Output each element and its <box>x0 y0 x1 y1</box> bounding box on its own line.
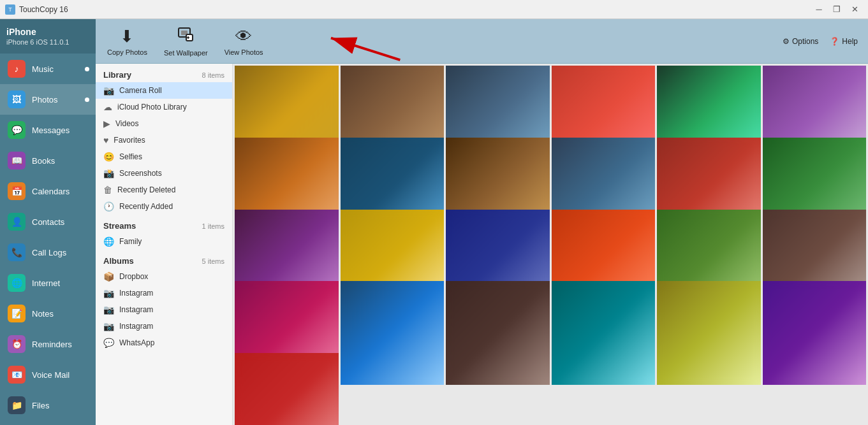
library-item-favorites[interactable]: ♥ Favorites <box>96 132 232 148</box>
photo-thumbnail[interactable] <box>446 281 550 385</box>
set-wallpaper-label: Set Wallpaper <box>164 49 208 57</box>
help-button[interactable]: ❓ Help <box>825 34 863 48</box>
sidebar-item-music[interactable]: ♪ Music <box>0 54 96 84</box>
options-label: Options <box>792 37 818 46</box>
set-wallpaper-icon <box>177 26 194 47</box>
sidebar-item-reminders[interactable]: ⏰ Reminders <box>0 329 96 359</box>
sidebar: iPhone iPhone 6 iOS 11.0.1 ♪ Music 🖼 Pho… <box>0 19 96 425</box>
minimize-button[interactable]: ─ <box>811 3 827 16</box>
music-dot <box>85 67 89 71</box>
photo-thumbnail[interactable] <box>552 281 656 385</box>
streams-count: 1 items <box>202 222 224 230</box>
svg-line-6 <box>331 38 400 61</box>
books-icon: 📖 <box>8 152 26 169</box>
copy-photos-button[interactable]: ⬇ Copy Photos <box>102 23 152 60</box>
sidebar-item-messages[interactable]: 💬 Messages <box>0 115 96 145</box>
photo-thumbnail[interactable] <box>235 353 339 425</box>
camera-roll-label: Camera Roll <box>119 86 162 95</box>
calllogs-icon: 📞 <box>8 243 26 261</box>
library-item-recently-added[interactable]: 🕐 Recently Added <box>96 198 232 215</box>
calendars-icon: 📅 <box>8 182 26 200</box>
library-section-header: Library 8 items <box>96 64 232 82</box>
sidebar-item-contacts[interactable]: 👤 Contacts <box>0 206 96 237</box>
sidebar-label-messages: Messages <box>32 126 70 135</box>
screenshots-label: Screenshots <box>119 169 162 178</box>
recently-added-label: Recently Added <box>119 202 173 211</box>
library-item-dropbox[interactable]: 📦 Dropbox <box>96 268 232 285</box>
toolbar-options: ⚙ Options ❓ Help <box>777 19 868 64</box>
library-item-family[interactable]: 🌐 Family <box>96 233 232 250</box>
music-icon: ♪ <box>8 60 26 78</box>
photo-thumbnail[interactable] <box>341 281 445 385</box>
instagram3-label: Instagram <box>119 322 153 331</box>
icloud-label: iCloud Photo Library <box>117 103 187 112</box>
dropbox-icon: 📦 <box>103 271 114 282</box>
library-item-camera-roll[interactable]: 📷 Camera Roll <box>96 82 232 99</box>
photo-grid[interactable] <box>233 64 868 425</box>
sidebar-label-photos: Photos <box>32 95 57 104</box>
view-photos-button[interactable]: 👁 View Photos <box>219 23 268 60</box>
sidebar-label-books: Books <box>32 156 55 166</box>
files-icon: 📁 <box>8 396 26 414</box>
sidebar-label-notes: Notes <box>32 309 54 319</box>
sidebar-item-files[interactable]: 📁 Files <box>0 390 96 421</box>
reminders-icon: ⏰ <box>8 335 26 353</box>
photo-thumbnail[interactable] <box>763 281 867 385</box>
app-body: iPhone iPhone 6 iOS 11.0.1 ♪ Music 🖼 Pho… <box>0 19 868 425</box>
library-item-selfies[interactable]: 😊 Selfies <box>96 148 232 165</box>
voicemail-icon: 📧 <box>8 366 26 384</box>
library-item-videos[interactable]: ▶ Videos <box>96 115 232 132</box>
family-icon: 🌐 <box>103 236 114 247</box>
library-item-instagram-2[interactable]: 📷 Instagram <box>96 301 232 318</box>
videos-icon: ▶ <box>103 119 110 129</box>
sidebar-label-voicemail: Voice Mail <box>32 370 70 380</box>
sidebar-item-calendars[interactable]: 📅 Calendars <box>0 176 96 206</box>
contacts-icon: 👤 <box>8 213 26 231</box>
library-item-icloud[interactable]: ☁ iCloud Photo Library <box>96 99 232 115</box>
photos-icon: 🖼 <box>8 90 26 108</box>
instagram3-icon: 📷 <box>103 321 114 331</box>
library-item-instagram-3[interactable]: 📷 Instagram <box>96 318 232 335</box>
photos-dot <box>85 97 89 102</box>
whatsapp-icon: 💬 <box>103 338 114 348</box>
sidebar-item-voicemail[interactable]: 📧 Voice Mail <box>0 359 96 390</box>
internet-icon: 🌐 <box>8 274 26 292</box>
device-model: iPhone 6 iOS 11.0.1 <box>6 38 89 46</box>
library-panel: Library 8 items 📷 Camera Roll ☁ iCloud P… <box>96 64 233 425</box>
favorites-icon: ♥ <box>103 135 108 145</box>
sidebar-item-calllogs[interactable]: 📞 Call Logs <box>0 237 96 268</box>
screenshots-icon: 📸 <box>103 168 114 178</box>
videos-label: Videos <box>115 119 138 128</box>
messages-icon: 💬 <box>8 121 26 139</box>
camera-roll-icon: 📷 <box>103 85 114 96</box>
sidebar-label-calendars: Calendars <box>32 187 70 196</box>
streams-section-header: Streams 1 items <box>96 215 232 233</box>
set-wallpaper-button[interactable]: Set Wallpaper <box>159 22 213 61</box>
restore-button[interactable]: ❐ <box>828 3 845 16</box>
sidebar-item-internet[interactable]: 🌐 Internet <box>0 268 96 298</box>
library-item-screenshots[interactable]: 📸 Screenshots <box>96 165 232 182</box>
library-item-instagram-1[interactable]: 📷 Instagram <box>96 285 232 301</box>
selfies-icon: 😊 <box>103 152 114 162</box>
window-controls[interactable]: ─ ❐ ✕ <box>811 3 863 16</box>
sidebar-item-photos[interactable]: 🖼 Photos <box>0 84 96 115</box>
streams-title: Streams <box>103 221 136 231</box>
instagram1-icon: 📷 <box>103 288 114 298</box>
gear-icon: ⚙ <box>783 37 790 46</box>
albums-count: 5 items <box>202 257 224 265</box>
photo-thumbnail[interactable] <box>657 281 761 385</box>
view-photos-label: View Photos <box>224 48 263 56</box>
library-item-whatsapp[interactable]: 💬 WhatsApp <box>96 335 232 351</box>
instagram1-label: Instagram <box>119 289 153 298</box>
sidebar-item-notes[interactable]: 📝 Notes <box>0 298 96 329</box>
icloud-icon: ☁ <box>103 102 112 112</box>
app-icon: T <box>5 4 15 15</box>
sidebar-item-books[interactable]: 📖 Books <box>0 145 96 176</box>
sidebar-label-calllogs: Call Logs <box>32 248 66 257</box>
library-title: Library <box>103 70 131 80</box>
close-button[interactable]: ✕ <box>846 3 863 16</box>
options-button[interactable]: ⚙ Options <box>777 34 823 48</box>
selfies-label: Selfies <box>119 152 142 161</box>
help-icon: ❓ <box>830 37 839 46</box>
library-item-recently-deleted[interactable]: 🗑 Recently Deleted <box>96 182 232 198</box>
